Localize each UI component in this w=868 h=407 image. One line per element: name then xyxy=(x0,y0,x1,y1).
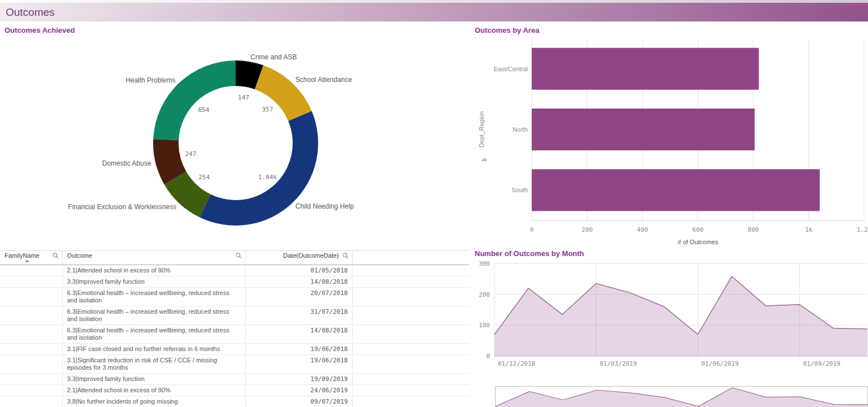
column-header-familyname[interactable]: FamilyName xyxy=(0,251,62,265)
y-tick-label: 0 xyxy=(486,353,490,360)
cell-outcome[interactable]: 6.3|Emotional health – increased wellbei… xyxy=(62,325,245,344)
donut-value-label: 654 xyxy=(198,106,209,114)
cell-date[interactable]: 20/07/2018 xyxy=(245,288,352,306)
cell-outcome[interactable]: 3.8|No further incidents of going missin… xyxy=(62,396,245,407)
donut-value-label: 247 xyxy=(185,150,196,158)
y-axis-title: Dept_Region xyxy=(478,111,485,148)
donut-category-label: Crime and ASB xyxy=(250,53,297,61)
cell-family[interactable] xyxy=(0,325,62,344)
search-icon[interactable] xyxy=(53,253,59,259)
donut-category-label: Health Problems xyxy=(125,76,176,84)
axis-sort-icon[interactable] xyxy=(482,158,487,161)
cell-family[interactable] xyxy=(0,288,62,306)
cell-extra[interactable] xyxy=(352,396,469,407)
x-tick-label: 01/06/2019 xyxy=(701,360,739,367)
bar-chart[interactable]: 02004006008001k1.2kEast/CentralNorthSout… xyxy=(472,33,868,248)
table-row[interactable]: 3.3|Improved family function14/08/2018 xyxy=(0,276,469,288)
cell-date[interactable]: 19/09/2019 xyxy=(245,374,352,385)
area-fill[interactable] xyxy=(494,276,867,356)
x-axis-title: # of Outcomes xyxy=(678,239,718,245)
x-tick-label: 01/03/2019 xyxy=(600,360,637,367)
cell-family[interactable] xyxy=(0,276,62,288)
bar-south[interactable] xyxy=(532,169,820,211)
x-tick-label: 800 xyxy=(748,226,759,233)
table-row[interactable]: 6.3|Emotional health – increased wellbei… xyxy=(0,288,469,306)
search-icon[interactable] xyxy=(236,253,242,259)
donut-panel-title: Outcomes Achieved xyxy=(5,26,75,34)
column-header-outcome[interactable]: Outcome xyxy=(62,251,245,265)
search-icon[interactable] xyxy=(342,253,349,259)
donut-value-label: 1.04k xyxy=(258,174,277,181)
y-tick-label: 100 xyxy=(479,322,490,329)
cell-extra[interactable] xyxy=(352,344,469,355)
cell-outcome[interactable]: 2.1|Attended school in excess of 90% xyxy=(62,385,245,396)
table-row[interactable]: 2.1|Attended school in excess of 90%01/0… xyxy=(0,265,469,276)
cell-extra[interactable] xyxy=(352,276,469,288)
donut-value-label: 147 xyxy=(238,94,249,101)
y-tick-label: 200 xyxy=(479,291,490,298)
donut-value-label: 357 xyxy=(262,106,273,113)
cell-outcome[interactable]: 3.1|Significant reduction in risk of CSE… xyxy=(62,355,245,374)
cell-outcome[interactable]: 6.3|Emotional health – increased wellbei… xyxy=(62,306,245,325)
cell-date[interactable]: 14/08/2018 xyxy=(245,325,352,344)
cell-date[interactable]: 19/06/2018 xyxy=(245,344,352,355)
cell-extra[interactable] xyxy=(352,306,469,325)
cell-date[interactable]: 31/07/2018 xyxy=(245,306,352,325)
table-row[interactable]: 6.3|Emotional health – increased wellbei… xyxy=(0,306,469,325)
cell-extra[interactable] xyxy=(352,265,469,276)
table-header-row: FamilyName Outcome Date(OutcomeDate) xyxy=(0,251,469,265)
bar-north[interactable] xyxy=(532,109,754,150)
x-tick-label: 0 xyxy=(530,226,534,233)
table-row[interactable]: 2.1|Attended school in excess of 90%24/0… xyxy=(0,385,469,396)
cell-extra[interactable] xyxy=(352,385,469,396)
donut-value-label: 254 xyxy=(198,174,210,181)
cell-date[interactable]: 24/06/2019 xyxy=(245,385,352,396)
cell-outcome[interactable]: 6.3|Emotional health – increased wellbei… xyxy=(62,288,245,306)
cell-outcome[interactable]: 2.1|Attended school in excess of 90% xyxy=(62,265,245,276)
cell-family[interactable] xyxy=(0,374,62,385)
y-category-label: South xyxy=(511,187,528,193)
donut-chart[interactable]: 147Crime and ASB357School Attendance1.04… xyxy=(0,35,469,246)
cell-family[interactable] xyxy=(0,344,62,355)
table-row[interactable]: 6.3|Emotional health – increased wellbei… xyxy=(0,325,469,344)
outcomes-table: FamilyName Outcome Date(OutcomeDate) 2.1… xyxy=(0,250,469,407)
column-label: FamilyName xyxy=(5,252,40,259)
area-panel-title: Number of Outcomes by Month xyxy=(475,249,584,258)
cell-outcome[interactable]: 3.1|FIF case closed and no further refer… xyxy=(62,344,245,355)
table-row[interactable]: 3.1|Significant reduction in risk of CSE… xyxy=(0,355,469,374)
navigator-chart[interactable] xyxy=(472,386,868,407)
page-title: Outcomes xyxy=(0,6,55,19)
donut-category-label: Child Needing Help xyxy=(296,202,354,210)
table-row[interactable]: 3.8|No further incidents of going missin… xyxy=(0,396,469,407)
cell-family[interactable] xyxy=(0,265,62,276)
cell-extra[interactable] xyxy=(352,374,469,385)
cell-date[interactable]: 19/06/2018 xyxy=(245,355,352,374)
cell-date[interactable]: 01/05/2018 xyxy=(245,265,352,276)
cell-family[interactable] xyxy=(0,385,62,396)
x-tick-label: 600 xyxy=(692,226,704,233)
y-category-label: East/Central xyxy=(493,66,528,72)
x-tick-label: 01/12/2018 xyxy=(498,360,535,367)
cell-outcome[interactable]: 3.3|Improved family function xyxy=(62,276,245,288)
column-label: Outcome xyxy=(67,252,93,259)
x-tick-label: 01/09/2019 xyxy=(803,360,840,367)
column-header-date[interactable]: Date(OutcomeDate) xyxy=(245,251,352,265)
area-chart[interactable]: 010020030001/12/201801/03/201901/06/2019… xyxy=(472,260,868,373)
y-category-label: North xyxy=(513,126,528,133)
bar-east-central[interactable] xyxy=(532,48,759,90)
table-row[interactable]: 3.3|Improved family function19/09/2019 xyxy=(0,374,469,385)
cell-outcome[interactable]: 3.3|Improved family function xyxy=(62,374,245,385)
column-label: Date(OutcomeDate) xyxy=(283,252,338,259)
cell-family[interactable] xyxy=(0,306,62,325)
cell-extra[interactable] xyxy=(352,325,469,344)
table-row[interactable]: 3.1|FIF case closed and no further refer… xyxy=(0,344,469,355)
cell-extra[interactable] xyxy=(352,355,469,374)
x-tick-label: 1k xyxy=(805,226,813,233)
cell-date[interactable]: 14/08/2018 xyxy=(245,276,352,288)
sort-ascending-icon xyxy=(25,259,29,262)
cell-date[interactable]: 09/07/2019 xyxy=(245,396,352,407)
cell-family[interactable] xyxy=(0,355,62,374)
donut-segment-health-problems[interactable] xyxy=(153,60,236,140)
cell-family[interactable] xyxy=(0,396,62,407)
cell-extra[interactable] xyxy=(352,288,469,306)
